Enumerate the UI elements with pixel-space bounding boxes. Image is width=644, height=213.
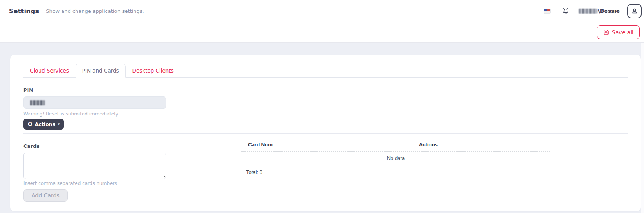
table-empty-state: No data <box>241 152 550 165</box>
actions-label: Actions <box>35 121 55 127</box>
cards-form-column: Cards Insert comma separated cards numbe… <box>23 134 218 202</box>
add-cards-button[interactable]: Add Cards <box>23 189 68 202</box>
pin-actions-dropdown-button[interactable]: ⚙ Actions ▾ <box>23 119 64 130</box>
floppy-disk-icon <box>603 29 609 35</box>
column-header-actions: Actions <box>306 142 550 147</box>
tab-label: PIN and Cards <box>82 67 119 74</box>
cards-input[interactable] <box>23 153 166 179</box>
save-all-button[interactable]: Save all <box>597 25 640 39</box>
user-name: \Bessie <box>598 8 620 14</box>
tab-label: Desktop Clients <box>132 67 174 74</box>
gear-icon: ⚙ <box>28 121 33 127</box>
pin-label: PIN <box>23 87 628 93</box>
cards-table-header: Card Num. Actions <box>241 138 550 152</box>
main-content: Cloud Services PIN and Cards Desktop Cli… <box>0 43 644 213</box>
notifications-button[interactable] <box>562 7 569 15</box>
cards-table: Card Num. Actions No data Total: 0 <box>241 138 550 202</box>
chevron-down-icon: ▾ <box>58 122 60 126</box>
header-right-cluster: \Bessie <box>544 4 642 18</box>
pin-masked-value <box>30 100 45 105</box>
tab-desktop-clients[interactable]: Desktop Clients <box>126 64 180 78</box>
tab-pin-and-cards[interactable]: PIN and Cards <box>76 64 126 78</box>
tab-cloud-services[interactable]: Cloud Services <box>23 64 76 78</box>
profile-menu-button[interactable] <box>627 4 642 18</box>
cards-label: Cards <box>23 143 218 149</box>
settings-tabbar: Cloud Services PIN and Cards Desktop Cli… <box>23 55 628 78</box>
tab-label: Cloud Services <box>30 67 69 74</box>
settings-card: Cloud Services PIN and Cards Desktop Cli… <box>10 55 641 211</box>
table-total: Total: 0 <box>241 169 550 175</box>
bell-icon <box>562 7 569 15</box>
language-flag-icon[interactable] <box>544 9 550 13</box>
cards-hint-text: Insert comma separated cards numbers <box>23 181 218 186</box>
page-subtitle: Show and change application settings. <box>46 8 144 14</box>
actions-toolbar: Save all <box>0 22 644 43</box>
scrollbar-track[interactable] <box>641 43 644 213</box>
cards-section: Cards Insert comma separated cards numbe… <box>23 134 628 202</box>
logged-in-user: \Bessie <box>579 8 620 14</box>
page-title: Settings <box>9 7 39 15</box>
user-domain-redacted <box>579 9 597 14</box>
save-all-label: Save all <box>612 29 633 36</box>
pin-section: PIN Warning! Reset is submited immediate… <box>23 87 628 130</box>
pin-warning-text: Warning! Reset is submited immediately. <box>23 111 628 117</box>
app-header: Settings Show and change application set… <box>0 0 644 22</box>
pin-input[interactable] <box>23 96 166 109</box>
person-icon <box>631 7 639 15</box>
column-header-card-num: Card Num. <box>241 142 306 147</box>
